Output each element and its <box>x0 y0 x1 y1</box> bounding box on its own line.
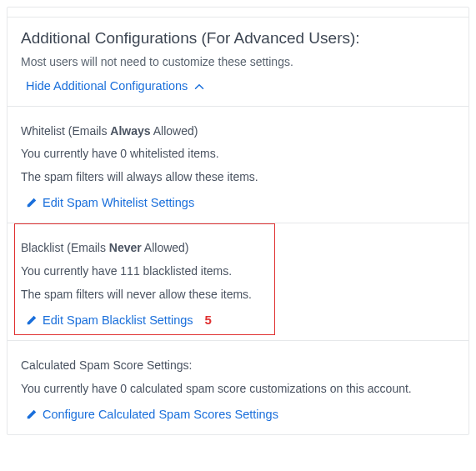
additional-config-header-block: Additional Configurations (For Advanced … <box>8 18 468 107</box>
annotation-number: 5 <box>204 313 211 327</box>
whitelist-desc: The spam filters will always allow these… <box>21 168 455 188</box>
pencil-icon <box>26 314 38 328</box>
score-title: Calculated Spam Score Settings: <box>21 354 455 376</box>
toggle-label: Hide Additional Configurations <box>26 79 188 93</box>
blacklist-title: Blacklist (Emails Never Allowed) <box>21 237 455 258</box>
blacklist-desc: The spam filters will never allow these … <box>21 285 455 305</box>
pencil-icon <box>26 408 38 423</box>
edit-blacklist-label: Edit Spam Blacklist Settings <box>43 313 193 327</box>
score-block: Calculated Spam Score Settings: You curr… <box>8 341 468 434</box>
whitelist-block: Whitelist (Emails Always Allowed) You cu… <box>8 107 468 223</box>
panel-top-spacer <box>8 8 468 18</box>
edit-whitelist-label: Edit Spam Whitelist Settings <box>43 196 194 209</box>
configure-scores-link[interactable]: Configure Calculated Spam Scores Setting… <box>26 408 278 423</box>
edit-whitelist-link[interactable]: Edit Spam Whitelist Settings <box>26 196 194 211</box>
chevron-up-icon <box>194 81 204 94</box>
advanced-config-panel: Additional Configurations (For Advanced … <box>7 7 469 435</box>
blacklist-block: Blacklist (Emails Never Allowed) You cur… <box>8 223 468 341</box>
hide-additional-config-toggle[interactable]: Hide Additional Configurations <box>26 79 204 93</box>
score-count: You currently have 0 calculated spam sco… <box>21 379 455 399</box>
blacklist-count: You currently have 111 blacklisted items… <box>21 262 455 282</box>
section-title: Additional Configurations (For Advanced … <box>21 29 455 48</box>
section-subtitle: Most users will not need to customize th… <box>21 53 455 71</box>
edit-blacklist-link[interactable]: Edit Spam Blacklist Settings <box>26 313 193 328</box>
whitelist-count: You currently have 0 whitelisted items. <box>21 144 455 164</box>
whitelist-title: Whitelist (Emails Always Allowed) <box>21 120 455 142</box>
configure-scores-label: Configure Calculated Spam Scores Setting… <box>43 408 278 421</box>
pencil-icon <box>26 197 38 211</box>
